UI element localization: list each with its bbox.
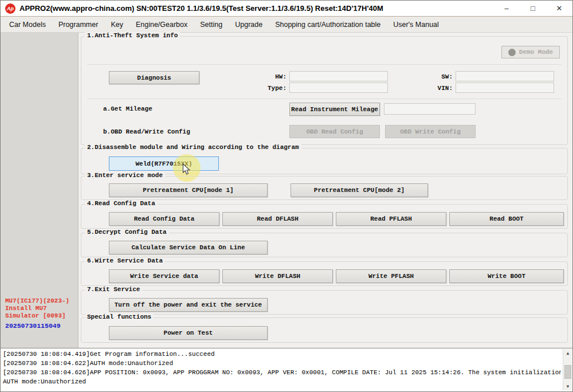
log-lines: [20250730 18:08:04.419]Get Program infor… [3,350,561,386]
window-title: APPRO2(www.appro-china.com) SN:00TEST20 … [19,4,383,13]
menu-item-shopping-cart[interactable]: Shopping cart/Authorization table [269,21,387,29]
demo-mode-label: Demo Mode [519,49,553,56]
sw-label: SW: [424,73,453,80]
scroll-down-icon[interactable]: ▼ [563,382,572,390]
get-mileage-label: a.Get Mileage [103,105,152,112]
write-dflash-button[interactable]: Write DFLASH [222,269,333,283]
selected-model-info: MU7(IC177)(2023-) Install MU7 Simulator … [5,297,76,330]
group-service-mode: 3.Enter service mode Pretreatment CPU[mo… [81,176,568,200]
diagnosis-button[interactable]: Diagnosis [109,71,199,84]
title-bar: Ap APPRO2(www.appro-china.com) SN:00TEST… [1,1,572,17]
group-anti-theft-title: 1.Anti-Theft System info [85,32,180,39]
group-service-mode-title: 3.Enter service mode [85,172,165,179]
read-config-data-button[interactable]: Read Config Data [109,212,219,226]
scroll-thumb[interactable] [564,365,571,379]
menu-item-car-models[interactable]: Car Models [3,21,52,29]
app-logo-icon: Ap [5,3,15,14]
group-read-config: 4.Read Config Data Read Config Data Read… [81,204,568,229]
write-boot-button[interactable]: Write BOOT [449,269,564,283]
log-line: AUTH mode:Unauthorized [3,377,561,386]
log-line: [20250730 18:08:04.419]Get Program infor… [3,350,561,359]
main-area: MU7(IC177)(2023-) Install MU7 Simulator … [1,33,572,348]
divider [87,99,562,99]
mouse-cursor-icon [182,163,191,175]
group-disassemble: 2.Disassemble module and Wiring accordin… [81,148,568,174]
content-area: 1.Anti-Theft System info Demo Mode Diagn… [79,33,572,348]
group-disassemble-title: 2.Disassemble module and Wiring accordin… [85,144,301,151]
group-anti-theft: 1.Anti-Theft System info Demo Mode Diagn… [81,36,568,145]
mileage-field[interactable] [384,103,476,115]
hw-field[interactable] [289,71,388,81]
power-on-test-button[interactable]: Power on Test [109,326,268,340]
pretreatment-mode1-button[interactable]: Pretreatment CPU[mode 1] [109,183,268,197]
menu-item-programmer[interactable]: Programmer [52,21,104,29]
vin-field[interactable] [456,83,554,93]
log-scrollbar[interactable]: ▲ ▼ [563,349,572,390]
obd-read-config-button: OBD Read Config [289,125,380,138]
menu-item-engine-gearbox[interactable]: Engine/Gearbox [129,21,194,29]
group-write-service: 6.Wirte Service Data Write Service data … [81,261,568,286]
window-controls: – □ ✕ [493,1,572,16]
close-button[interactable]: ✕ [546,1,572,16]
read-boot-button[interactable]: Read BOOT [449,212,564,226]
menu-bar: Car Models Programmer Key Engine/Gearbox… [1,17,572,33]
group-exit-service-title: 7.Exit Service [85,286,142,293]
exit-service-button[interactable]: Turn off the power and exit the service [109,298,268,312]
menu-item-users-manual[interactable]: User's Manual [387,21,445,29]
group-read-config-title: 4.Read Config Data [85,200,158,207]
demo-mode-button: Demo Mode [501,46,560,58]
group-decrypt: 5.Decrypt Config Data Calculate Service … [81,233,568,257]
vin-label: VIN: [424,85,453,92]
write-pflash-button[interactable]: Write PFLASH [336,269,446,283]
group-special-functions-title: Special functions [85,313,154,320]
group-special-functions: Special functions Power on Test [81,317,568,343]
obd-write-config-button: OBD Write Config [385,125,476,138]
log-panel: [20250730 18:08:04.419]Get Program infor… [1,348,572,391]
read-dflash-button[interactable]: Read DFLASH [222,212,333,226]
sidebar: MU7(IC177)(2023-) Install MU7 Simulator … [1,33,79,348]
log-line: [20250730 18:08:04.622]AUTH mode:Unautho… [3,359,561,368]
model-install-line: Install MU7 [5,305,76,312]
app-window: Ap APPRO2(www.appro-china.com) SN:00TEST… [0,0,573,392]
menu-item-upgrade[interactable]: Upgrade [229,21,269,29]
calculate-service-data-button[interactable]: Calculate Service Data On Line [109,241,268,254]
model-simulator-line: Simulator [0093] [5,312,76,320]
minimize-button[interactable]: – [493,1,520,16]
read-pflash-button[interactable]: Read PFLASH [336,212,446,226]
pretreatment-mode2-button[interactable]: Pretreatment CPU[mode 2] [291,183,428,197]
sw-field[interactable] [456,71,554,81]
model-timestamp: 20250730115049 [5,322,76,330]
scroll-up-icon[interactable]: ▲ [563,349,572,357]
weld-button[interactable]: Weld(R7F7015XX) [109,156,219,171]
group-exit-service: 7.Exit Service Turn off the power and ex… [81,290,568,315]
maximize-button[interactable]: □ [520,1,546,16]
group-write-service-title: 6.Wirte Service Data [85,257,165,264]
menu-item-key[interactable]: Key [104,21,129,29]
obd-read-write-label: b.OBD Read/Write Config [103,128,190,135]
divider [87,64,562,65]
model-name: MU7(IC177)(2023-) [5,297,76,305]
menu-item-setting[interactable]: Setting [194,21,229,29]
hw-label: HW: [258,73,286,80]
type-label: Type: [258,85,286,92]
log-line: [20250730 18:08:04.626]APP POSITION: 0x0… [3,368,561,377]
read-instrument-mileage-button[interactable]: Read Instrument Mileage [289,103,380,116]
write-service-data-button[interactable]: Write Service data [109,269,219,283]
group-decrypt-title: 5.Decrypt Config Data [85,229,169,236]
type-field[interactable] [289,83,388,93]
demo-mode-dot-icon [508,49,516,56]
